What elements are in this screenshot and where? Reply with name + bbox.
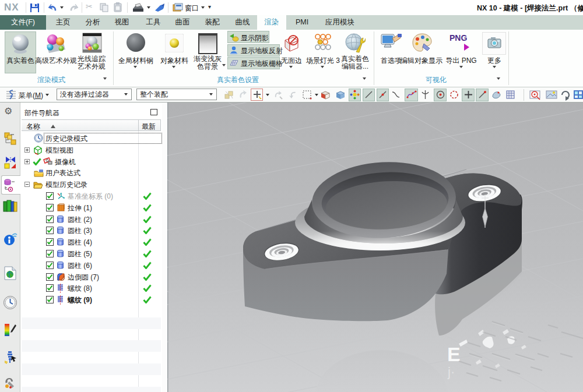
svg-text:E: E	[447, 343, 461, 365]
svg-text:j·: j·	[447, 365, 455, 379]
